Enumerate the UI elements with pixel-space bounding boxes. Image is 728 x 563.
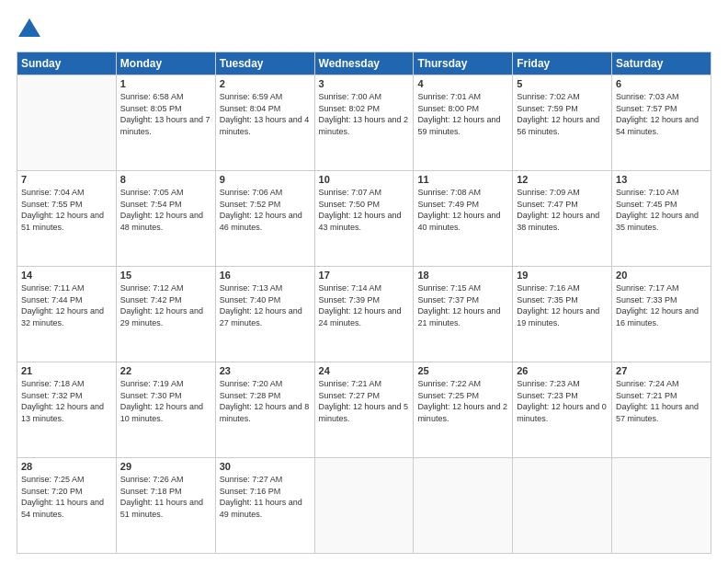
day-cell: 1Sunrise: 6:58 AMSunset: 8:05 PMDaylight… <box>116 75 215 171</box>
day-info: Sunrise: 7:15 AMSunset: 7:37 PMDaylight:… <box>417 282 508 328</box>
day-cell <box>513 458 612 554</box>
day-cell: 24Sunrise: 7:21 AMSunset: 7:27 PMDayligh… <box>314 362 414 458</box>
day-number: 9 <box>220 174 311 185</box>
weekday-header-row: SundayMondayTuesdayWednesdayThursdayFrid… <box>17 52 711 75</box>
day-info: Sunrise: 7:18 AMSunset: 7:32 PMDaylight:… <box>21 378 112 424</box>
day-cell: 12Sunrise: 7:09 AMSunset: 7:47 PMDayligh… <box>513 171 612 267</box>
day-info: Sunrise: 7:13 AMSunset: 7:40 PMDaylight:… <box>220 282 311 328</box>
day-cell: 10Sunrise: 7:07 AMSunset: 7:50 PMDayligh… <box>314 171 414 267</box>
day-info: Sunrise: 6:59 AMSunset: 8:04 PMDaylight:… <box>220 91 311 137</box>
day-cell: 3Sunrise: 7:00 AMSunset: 8:02 PMDaylight… <box>314 75 414 171</box>
day-info: Sunrise: 7:10 AMSunset: 7:45 PMDaylight:… <box>616 187 707 233</box>
day-number: 3 <box>319 78 410 89</box>
day-cell: 4Sunrise: 7:01 AMSunset: 8:00 PMDaylight… <box>414 75 513 171</box>
weekday-header-saturday: Saturday <box>612 52 711 75</box>
week-row-0: 1Sunrise: 6:58 AMSunset: 8:05 PMDaylight… <box>17 75 711 171</box>
day-cell: 26Sunrise: 7:23 AMSunset: 7:23 PMDayligh… <box>513 362 612 458</box>
day-cell: 21Sunrise: 7:18 AMSunset: 7:32 PMDayligh… <box>17 362 117 458</box>
day-cell <box>612 458 711 554</box>
day-cell: 18Sunrise: 7:15 AMSunset: 7:37 PMDayligh… <box>414 267 513 362</box>
day-number: 6 <box>616 78 707 89</box>
day-number: 17 <box>319 270 410 281</box>
day-info: Sunrise: 7:14 AMSunset: 7:39 PMDaylight:… <box>319 282 410 328</box>
weekday-header-monday: Monday <box>116 52 215 75</box>
day-info: Sunrise: 7:02 AMSunset: 7:59 PMDaylight:… <box>517 91 608 137</box>
day-number: 2 <box>220 78 311 89</box>
weekday-header-tuesday: Tuesday <box>215 52 314 75</box>
day-cell: 9Sunrise: 7:06 AMSunset: 7:52 PMDaylight… <box>215 171 314 267</box>
day-cell: 23Sunrise: 7:20 AMSunset: 7:28 PMDayligh… <box>215 362 314 458</box>
day-cell: 6Sunrise: 7:03 AMSunset: 7:57 PMDaylight… <box>612 75 711 171</box>
day-number: 30 <box>220 461 311 472</box>
day-number: 27 <box>616 365 707 376</box>
day-info: Sunrise: 7:06 AMSunset: 7:52 PMDaylight:… <box>220 187 311 233</box>
day-number: 1 <box>120 78 211 89</box>
day-number: 14 <box>21 270 112 281</box>
day-cell <box>414 458 513 554</box>
day-number: 18 <box>417 270 508 281</box>
day-number: 11 <box>417 174 508 185</box>
day-cell: 22Sunrise: 7:19 AMSunset: 7:30 PMDayligh… <box>116 362 215 458</box>
day-cell: 20Sunrise: 7:17 AMSunset: 7:33 PMDayligh… <box>612 267 711 362</box>
weekday-header-sunday: Sunday <box>17 52 117 75</box>
day-number: 26 <box>517 365 608 376</box>
day-cell: 15Sunrise: 7:12 AMSunset: 7:42 PMDayligh… <box>116 267 215 362</box>
header <box>17 17 711 42</box>
day-info: Sunrise: 7:00 AMSunset: 8:02 PMDaylight:… <box>319 91 410 137</box>
day-number: 29 <box>120 461 211 472</box>
day-cell <box>17 75 117 171</box>
day-number: 22 <box>120 365 211 376</box>
day-number: 23 <box>220 365 311 376</box>
day-info: Sunrise: 7:11 AMSunset: 7:44 PMDaylight:… <box>21 282 112 328</box>
day-info: Sunrise: 7:07 AMSunset: 7:50 PMDaylight:… <box>319 187 410 233</box>
week-row-1: 7Sunrise: 7:04 AMSunset: 7:55 PMDaylight… <box>17 171 711 267</box>
day-cell: 5Sunrise: 7:02 AMSunset: 7:59 PMDaylight… <box>513 75 612 171</box>
day-number: 7 <box>21 174 112 185</box>
day-cell: 11Sunrise: 7:08 AMSunset: 7:49 PMDayligh… <box>414 171 513 267</box>
week-row-3: 21Sunrise: 7:18 AMSunset: 7:32 PMDayligh… <box>17 362 711 458</box>
weekday-header-friday: Friday <box>513 52 612 75</box>
day-cell: 27Sunrise: 7:24 AMSunset: 7:21 PMDayligh… <box>612 362 711 458</box>
day-info: Sunrise: 7:12 AMSunset: 7:42 PMDaylight:… <box>120 282 211 328</box>
day-cell: 2Sunrise: 6:59 AMSunset: 8:04 PMDaylight… <box>215 75 314 171</box>
day-info: Sunrise: 7:22 AMSunset: 7:25 PMDaylight:… <box>417 378 508 424</box>
weekday-header-wednesday: Wednesday <box>314 52 414 75</box>
page: SundayMondayTuesdayWednesdayThursdayFrid… <box>0 0 728 563</box>
day-cell: 7Sunrise: 7:04 AMSunset: 7:55 PMDaylight… <box>17 171 117 267</box>
day-number: 10 <box>319 174 410 185</box>
day-cell <box>314 458 414 554</box>
day-info: Sunrise: 7:16 AMSunset: 7:35 PMDaylight:… <box>517 282 608 328</box>
day-number: 21 <box>21 365 112 376</box>
day-number: 5 <box>517 78 608 89</box>
day-cell: 25Sunrise: 7:22 AMSunset: 7:25 PMDayligh… <box>414 362 513 458</box>
day-number: 13 <box>616 174 707 185</box>
day-number: 4 <box>417 78 508 89</box>
day-number: 8 <box>120 174 211 185</box>
day-cell: 19Sunrise: 7:16 AMSunset: 7:35 PMDayligh… <box>513 267 612 362</box>
logo <box>17 17 46 42</box>
day-info: Sunrise: 7:19 AMSunset: 7:30 PMDaylight:… <box>120 378 211 424</box>
day-info: Sunrise: 7:20 AMSunset: 7:28 PMDaylight:… <box>220 378 311 424</box>
day-info: Sunrise: 7:27 AMSunset: 7:16 PMDaylight:… <box>220 474 311 520</box>
day-number: 12 <box>517 174 608 185</box>
day-number: 15 <box>120 270 211 281</box>
day-number: 20 <box>616 270 707 281</box>
calendar-table: SundayMondayTuesdayWednesdayThursdayFrid… <box>17 52 711 554</box>
day-cell: 29Sunrise: 7:26 AMSunset: 7:18 PMDayligh… <box>116 458 215 554</box>
day-cell: 17Sunrise: 7:14 AMSunset: 7:39 PMDayligh… <box>314 267 414 362</box>
day-info: Sunrise: 7:21 AMSunset: 7:27 PMDaylight:… <box>319 378 410 424</box>
day-info: Sunrise: 7:08 AMSunset: 7:49 PMDaylight:… <box>417 187 508 233</box>
day-cell: 16Sunrise: 7:13 AMSunset: 7:40 PMDayligh… <box>215 267 314 362</box>
day-info: Sunrise: 7:23 AMSunset: 7:23 PMDaylight:… <box>517 378 608 424</box>
day-info: Sunrise: 7:24 AMSunset: 7:21 PMDaylight:… <box>616 378 707 424</box>
day-info: Sunrise: 7:26 AMSunset: 7:18 PMDaylight:… <box>120 474 211 520</box>
week-row-2: 14Sunrise: 7:11 AMSunset: 7:44 PMDayligh… <box>17 267 711 362</box>
day-info: Sunrise: 6:58 AMSunset: 8:05 PMDaylight:… <box>120 91 211 137</box>
weekday-header-thursday: Thursday <box>414 52 513 75</box>
logo-icon <box>17 17 42 42</box>
day-number: 19 <box>517 270 608 281</box>
day-info: Sunrise: 7:03 AMSunset: 7:57 PMDaylight:… <box>616 91 707 137</box>
day-info: Sunrise: 7:04 AMSunset: 7:55 PMDaylight:… <box>21 187 112 233</box>
day-number: 24 <box>319 365 410 376</box>
day-info: Sunrise: 7:25 AMSunset: 7:20 PMDaylight:… <box>21 474 112 520</box>
